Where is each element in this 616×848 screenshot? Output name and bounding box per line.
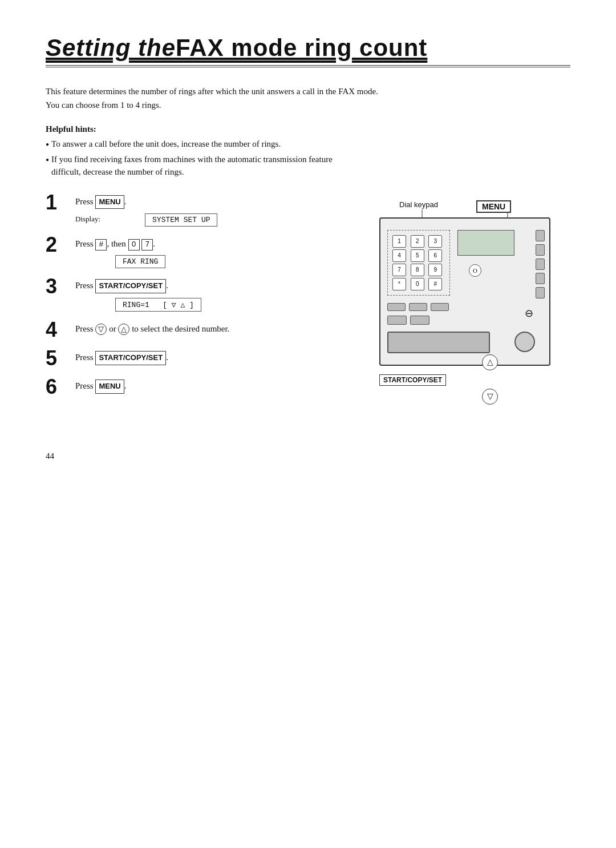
step-number-1: 1 xyxy=(46,192,75,213)
step-2: 2 Press #, then 0 7. FAX RING xyxy=(46,237,354,268)
down-arrow-circle: ▽ xyxy=(95,324,107,335)
right-btn-4 xyxy=(536,273,545,284)
right-btn-3 xyxy=(536,259,545,270)
hints-title: Helpful hints: xyxy=(46,124,570,134)
key-star: * xyxy=(392,278,406,290)
step-number-5: 5 xyxy=(46,348,75,369)
step-number-2: 2 xyxy=(46,235,75,255)
step-number-4: 4 xyxy=(46,320,75,340)
paper-feed-area xyxy=(387,332,490,353)
seven-key: 7 xyxy=(141,239,153,251)
fax-display-screen xyxy=(457,230,514,256)
up-arrow-diagram: △ xyxy=(482,354,498,370)
key-5: 5 xyxy=(411,249,424,262)
dash-btn-2 xyxy=(409,303,427,311)
step-3: 3 Press START/COPY/SET. RING=1 [ ▽ △ ] xyxy=(46,278,354,312)
speaker-btn-1 xyxy=(387,316,407,325)
dash-btn-3 xyxy=(431,303,449,311)
dash-buttons-row xyxy=(387,303,449,311)
step-3-display: RING=1 [ ▽ △ ] xyxy=(75,296,354,312)
key-6: 6 xyxy=(428,249,442,262)
step-2-text: Press #, then 0 7. xyxy=(75,237,354,251)
step-number-3: 3 xyxy=(46,276,75,297)
step-3-text: Press START/COPY/SET. xyxy=(75,278,354,293)
hash-key: # xyxy=(95,239,107,251)
step-5-text: Press START/COPY/SET. xyxy=(75,350,354,365)
menu-key-6: MENU xyxy=(95,379,124,394)
step-4-content: Press ▽ or △ to select the desired numbe… xyxy=(75,322,354,338)
bullet-icon: ● xyxy=(46,140,49,148)
key-0: 0 xyxy=(411,278,424,290)
steps-list: 1 Press MENU. Display: SYSTEM SET UP 2 P… xyxy=(46,195,354,408)
right-buttons-strip xyxy=(536,230,545,298)
key-4: 4 xyxy=(392,249,406,262)
step-5: 5 Press START/COPY/SET. xyxy=(46,350,354,369)
step-2-content: Press #, then 0 7. FAX RING xyxy=(75,237,354,268)
menu-label-diagram: MENU xyxy=(476,200,511,213)
hint-item-1: ● To answer a call before the unit does,… xyxy=(46,138,570,151)
key-hash: # xyxy=(428,278,442,290)
bullet-icon: ● xyxy=(46,155,49,164)
hint-item-2: ● If you find receiving faxes from machi… xyxy=(46,153,570,179)
right-btn-2 xyxy=(536,244,545,256)
page-title: Setting the FAX mode ring count xyxy=(46,34,570,67)
step-6-text: Press MENU. xyxy=(75,379,354,394)
zero-key: 0 xyxy=(128,239,140,251)
step-6: 6 Press MENU. xyxy=(46,379,354,397)
steps-and-diagram: 1 Press MENU. Display: SYSTEM SET UP 2 P… xyxy=(46,195,570,417)
step-3-content: Press START/COPY/SET. RING=1 [ ▽ △ ] xyxy=(75,278,354,312)
dash-btn-1 xyxy=(387,303,406,311)
keypad-grid: 1 2 3 4 5 6 7 8 9 * 0 # xyxy=(390,233,447,293)
key-8: 8 xyxy=(411,264,424,276)
bottom-buttons-row xyxy=(387,316,429,325)
right-btn-1 xyxy=(536,230,545,241)
start-copy-set-key-5: START/COPY/SET xyxy=(95,351,166,365)
step-1-content: Press MENU. Display: SYSTEM SET UP xyxy=(75,195,354,227)
step-4-text: Press ▽ or △ to select the desired numbe… xyxy=(75,322,354,336)
step-6-content: Press MENU. xyxy=(75,379,354,396)
step-1-text: Press MENU. xyxy=(75,195,354,209)
right-btn-5 xyxy=(536,287,545,298)
fax-body: 1 2 3 4 5 6 7 8 9 * 0 # xyxy=(379,217,550,366)
dial-circle xyxy=(514,332,535,352)
step-1: 1 Press MENU. Display: SYSTEM SET UP xyxy=(46,195,354,227)
step-4: 4 Press ▽ or △ to select the desired num… xyxy=(46,322,354,340)
helpful-hints-section: Helpful hints: ● To answer a call before… xyxy=(46,124,570,179)
fax-diagram-container: Dial keypad MENU 1 2 3 4 xyxy=(376,195,570,417)
step-number-6: 6 xyxy=(46,377,75,397)
step-1-display: Display: SYSTEM SET UP xyxy=(75,211,354,227)
speaker-btn-2 xyxy=(410,316,429,325)
start-copy-set-diagram-label: START/COPY/SET xyxy=(379,374,446,386)
intro-paragraph: This feature determines the number of ri… xyxy=(46,84,570,112)
key-9: 9 xyxy=(428,264,442,276)
up-arrow-circle: △ xyxy=(118,324,129,335)
key-7: 7 xyxy=(392,264,406,276)
down-arrow-diagram: ▽ xyxy=(482,389,498,405)
key-2: 2 xyxy=(411,235,424,248)
page-number: 44 xyxy=(46,451,570,461)
menu-key-1: MENU xyxy=(95,195,124,209)
step-5-content: Press START/COPY/SET. xyxy=(75,350,354,368)
circle-o-button: O xyxy=(469,264,481,277)
key-1: 1 xyxy=(392,235,406,248)
start-copy-set-key-3: START/COPY/SET xyxy=(95,279,166,293)
step-2-display: FAX RING xyxy=(75,253,354,268)
connector-icon: ⊖ xyxy=(525,307,533,320)
keypad-area: 1 2 3 4 5 6 7 8 9 * 0 # xyxy=(387,230,450,296)
key-3: 3 xyxy=(428,235,442,248)
